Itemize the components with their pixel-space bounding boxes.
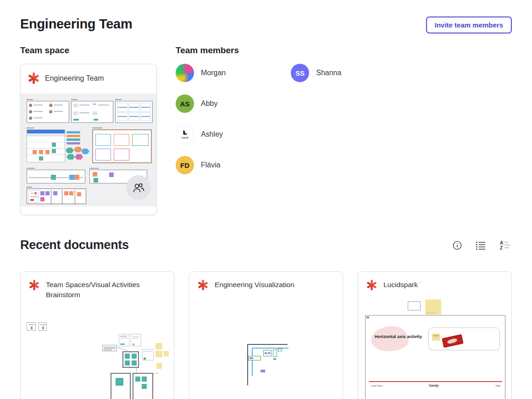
member-row-shanna[interactable]: SS Shanna (291, 64, 341, 82)
lucidspark-asterisk-icon (29, 280, 39, 290)
member-name: Morgan (201, 69, 226, 77)
document-card-engineering-visualization[interactable]: Engineering Visualization (189, 272, 343, 399)
avatar-abby: AS (176, 94, 194, 113)
document-title: Team Spaces/Visual Activities Brainstorm (46, 280, 166, 300)
team-members-list: Morgan AS Abby Lucid Ashley FD (176, 64, 512, 174)
team-space-card[interactable]: Engineering Team (20, 64, 157, 215)
avatar-shanna: SS (291, 64, 309, 82)
invite-team-members-button[interactable]: Invite team members (426, 17, 512, 33)
member-row-ashley[interactable]: Lucid Ashley (176, 125, 226, 144)
lucid-logo-avatar: Lucid (176, 125, 194, 144)
lucidspark-asterisk-icon (366, 280, 377, 290)
document-thumbnail: Horizontal axis activity Least Tasty Can… (358, 272, 511, 399)
member-name: Abby (201, 100, 217, 108)
lucidspark-asterisk-icon (28, 72, 39, 84)
member-row-morgan[interactable]: Morgan (176, 64, 226, 82)
info-icon[interactable] (451, 239, 463, 251)
avatar-flavia: FD (176, 156, 194, 174)
svg-text:A: A (500, 240, 503, 245)
list-view-icon[interactable] (474, 239, 487, 251)
people-icon (132, 181, 145, 194)
avatar-morgan (176, 64, 194, 82)
document-card-lucidspark[interactable]: Horizontal axis activity Least Tasty Can… (358, 272, 512, 399)
member-row-flavia[interactable]: FD Flávia (176, 156, 226, 174)
page-title: Engineering Team (20, 17, 132, 32)
recent-documents-title: Recent documents (20, 238, 129, 252)
axis-label-center: Candy (429, 384, 438, 387)
sort-az-icon[interactable]: A Z (498, 239, 512, 252)
document-title: Engineering Visualization (215, 280, 294, 290)
axis-label-right: High (496, 384, 500, 387)
document-card-team-spaces-brainstorm[interactable]: Team Spaces/Visual Activities Brainstorm (20, 272, 174, 399)
board-blob-text: Horizontal axis activity (375, 334, 422, 339)
document-title: Lucidspark ˙ (383, 280, 422, 290)
team-members-label: Team members (176, 45, 512, 55)
page-header: Engineering Team Invite team members (20, 0, 512, 33)
svg-text:Z: Z (500, 245, 503, 250)
lucid-logo-text: Lucid (182, 136, 188, 139)
team-space-card-title: Engineering Team (45, 74, 104, 83)
member-name: Shanna (316, 69, 341, 77)
team-space-members-bubble (126, 175, 151, 200)
axis-label-left: Least Tasty (371, 384, 382, 387)
member-name: Flávia (201, 161, 221, 169)
team-page: Engineering Team Invite team members Tea… (0, 0, 532, 399)
lucidspark-asterisk-icon (198, 280, 208, 290)
member-name: Ashley (201, 130, 223, 139)
member-row-abby[interactable]: AS Abby (176, 94, 226, 113)
team-space-board-thumbnail (21, 94, 157, 206)
document-thumbnail (189, 272, 343, 399)
team-space-label: Team space (20, 45, 176, 55)
